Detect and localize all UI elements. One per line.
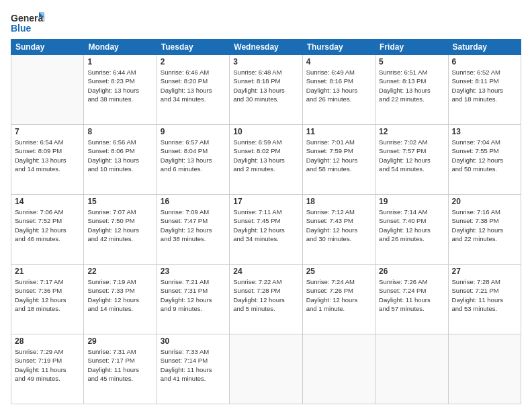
day-info: Sunrise: 7:09 AM Sunset: 7:47 PM Dayligh… xyxy=(161,208,226,243)
calendar-cell: 21Sunrise: 7:17 AM Sunset: 7:36 PM Dayli… xyxy=(11,265,84,334)
weekday-header-tuesday: Tuesday xyxy=(157,40,229,55)
weekday-header-friday: Friday xyxy=(375,40,448,55)
calendar-cell: 23Sunrise: 7:21 AM Sunset: 7:31 PM Dayli… xyxy=(157,265,229,334)
day-info: Sunrise: 6:48 AM Sunset: 8:18 PM Dayligh… xyxy=(233,68,298,103)
day-number: 15 xyxy=(87,197,152,206)
header: General Blue xyxy=(11,8,521,35)
logo-svg: General Blue xyxy=(11,11,44,35)
day-number: 29 xyxy=(87,336,152,346)
calendar-cell: 7Sunrise: 6:54 AM Sunset: 8:09 PM Daylig… xyxy=(11,125,84,195)
day-info: Sunrise: 6:52 AM Sunset: 8:11 PM Dayligh… xyxy=(452,68,517,103)
weekday-header-wednesday: Wednesday xyxy=(230,40,302,55)
day-info: Sunrise: 7:06 AM Sunset: 7:52 PM Dayligh… xyxy=(15,208,80,243)
day-number: 16 xyxy=(161,197,226,206)
calendar-cell: 11Sunrise: 7:01 AM Sunset: 7:59 PM Dayli… xyxy=(302,125,375,195)
day-number: 14 xyxy=(15,197,80,206)
logo: General Blue xyxy=(11,11,44,35)
day-number: 7 xyxy=(15,127,80,136)
weekday-header-saturday: Saturday xyxy=(448,40,521,55)
day-number: 10 xyxy=(233,127,298,136)
calendar-week-row: 28Sunrise: 7:29 AM Sunset: 7:19 PM Dayli… xyxy=(11,334,521,404)
calendar-cell: 30Sunrise: 7:33 AM Sunset: 7:14 PM Dayli… xyxy=(157,334,229,404)
day-info: Sunrise: 6:59 AM Sunset: 8:02 PM Dayligh… xyxy=(233,138,298,173)
day-info: Sunrise: 6:49 AM Sunset: 8:16 PM Dayligh… xyxy=(306,68,371,103)
calendar-cell xyxy=(448,334,521,404)
calendar-cell: 3Sunrise: 6:48 AM Sunset: 8:18 PM Daylig… xyxy=(230,55,302,125)
day-number: 9 xyxy=(161,127,226,136)
svg-text:Blue: Blue xyxy=(11,23,32,34)
calendar-cell xyxy=(302,334,375,404)
calendar-cell: 15Sunrise: 7:07 AM Sunset: 7:50 PM Dayli… xyxy=(84,195,157,265)
calendar-cell: 12Sunrise: 7:02 AM Sunset: 7:57 PM Dayli… xyxy=(375,125,448,195)
calendar-cell: 18Sunrise: 7:12 AM Sunset: 7:43 PM Dayli… xyxy=(302,195,375,265)
calendar-week-row: 21Sunrise: 7:17 AM Sunset: 7:36 PM Dayli… xyxy=(11,265,521,334)
calendar-cell: 26Sunrise: 7:26 AM Sunset: 7:24 PM Dayli… xyxy=(375,265,448,334)
day-number: 5 xyxy=(379,57,444,66)
calendar-cell: 10Sunrise: 6:59 AM Sunset: 8:02 PM Dayli… xyxy=(230,125,302,195)
calendar-cell: 9Sunrise: 6:57 AM Sunset: 8:04 PM Daylig… xyxy=(157,125,229,195)
day-info: Sunrise: 7:31 AM Sunset: 7:17 PM Dayligh… xyxy=(87,347,152,383)
day-info: Sunrise: 6:51 AM Sunset: 8:13 PM Dayligh… xyxy=(379,68,444,103)
calendar-cell: 6Sunrise: 6:52 AM Sunset: 8:11 PM Daylig… xyxy=(448,55,521,125)
day-number: 8 xyxy=(87,127,152,136)
calendar-cell: 17Sunrise: 7:11 AM Sunset: 7:45 PM Dayli… xyxy=(230,195,302,265)
day-number: 4 xyxy=(306,57,371,66)
day-number: 19 xyxy=(379,197,444,206)
day-info: Sunrise: 7:01 AM Sunset: 7:59 PM Dayligh… xyxy=(306,138,371,173)
day-info: Sunrise: 6:57 AM Sunset: 8:04 PM Dayligh… xyxy=(161,138,226,173)
calendar-cell xyxy=(11,55,84,125)
day-info: Sunrise: 6:46 AM Sunset: 8:20 PM Dayligh… xyxy=(161,68,226,103)
day-number: 22 xyxy=(87,267,152,276)
calendar-cell: 14Sunrise: 7:06 AM Sunset: 7:52 PM Dayli… xyxy=(11,195,84,265)
day-number: 2 xyxy=(161,57,226,66)
calendar-week-row: 1Sunrise: 6:44 AM Sunset: 8:23 PM Daylig… xyxy=(11,55,521,125)
day-info: Sunrise: 7:29 AM Sunset: 7:19 PM Dayligh… xyxy=(15,347,80,383)
day-info: Sunrise: 7:14 AM Sunset: 7:40 PM Dayligh… xyxy=(379,208,444,243)
day-number: 13 xyxy=(452,127,517,136)
calendar-week-row: 14Sunrise: 7:06 AM Sunset: 7:52 PM Dayli… xyxy=(11,195,521,265)
day-number: 1 xyxy=(87,57,152,66)
day-number: 11 xyxy=(306,127,371,136)
day-number: 23 xyxy=(161,267,226,276)
calendar-cell: 1Sunrise: 6:44 AM Sunset: 8:23 PM Daylig… xyxy=(84,55,157,125)
weekday-header-thursday: Thursday xyxy=(302,40,375,55)
day-number: 26 xyxy=(379,267,444,276)
day-info: Sunrise: 7:07 AM Sunset: 7:50 PM Dayligh… xyxy=(87,208,152,243)
calendar-cell: 27Sunrise: 7:28 AM Sunset: 7:21 PM Dayli… xyxy=(448,265,521,334)
calendar-cell: 24Sunrise: 7:22 AM Sunset: 7:28 PM Dayli… xyxy=(230,265,302,334)
day-info: Sunrise: 7:11 AM Sunset: 7:45 PM Dayligh… xyxy=(233,208,298,243)
calendar-cell: 29Sunrise: 7:31 AM Sunset: 7:17 PM Dayli… xyxy=(84,334,157,404)
day-number: 3 xyxy=(233,57,298,66)
day-number: 30 xyxy=(161,336,226,346)
day-info: Sunrise: 7:28 AM Sunset: 7:21 PM Dayligh… xyxy=(452,277,517,313)
calendar-cell: 13Sunrise: 7:04 AM Sunset: 7:55 PM Dayli… xyxy=(448,125,521,195)
weekday-header-sunday: Sunday xyxy=(11,40,84,55)
weekday-header-monday: Monday xyxy=(84,40,157,55)
day-number: 12 xyxy=(379,127,444,136)
calendar-week-row: 7Sunrise: 6:54 AM Sunset: 8:09 PM Daylig… xyxy=(11,125,521,195)
day-number: 20 xyxy=(452,197,517,206)
day-info: Sunrise: 7:19 AM Sunset: 7:33 PM Dayligh… xyxy=(87,277,152,313)
day-number: 21 xyxy=(15,267,80,276)
calendar-cell: 8Sunrise: 6:56 AM Sunset: 8:06 PM Daylig… xyxy=(84,125,157,195)
day-info: Sunrise: 7:17 AM Sunset: 7:36 PM Dayligh… xyxy=(15,277,80,313)
day-number: 24 xyxy=(233,267,298,276)
day-info: Sunrise: 7:26 AM Sunset: 7:24 PM Dayligh… xyxy=(379,277,444,313)
calendar-cell: 22Sunrise: 7:19 AM Sunset: 7:33 PM Dayli… xyxy=(84,265,157,334)
day-info: Sunrise: 7:24 AM Sunset: 7:26 PM Dayligh… xyxy=(306,277,371,313)
day-number: 28 xyxy=(15,336,80,346)
calendar-cell: 4Sunrise: 6:49 AM Sunset: 8:16 PM Daylig… xyxy=(302,55,375,125)
day-info: Sunrise: 7:02 AM Sunset: 7:57 PM Dayligh… xyxy=(379,138,444,173)
day-info: Sunrise: 7:16 AM Sunset: 7:38 PM Dayligh… xyxy=(452,208,517,243)
calendar-cell: 16Sunrise: 7:09 AM Sunset: 7:47 PM Dayli… xyxy=(157,195,229,265)
calendar-cell: 20Sunrise: 7:16 AM Sunset: 7:38 PM Dayli… xyxy=(448,195,521,265)
day-number: 25 xyxy=(306,267,371,276)
day-info: Sunrise: 7:12 AM Sunset: 7:43 PM Dayligh… xyxy=(306,208,371,243)
day-info: Sunrise: 7:21 AM Sunset: 7:31 PM Dayligh… xyxy=(161,277,226,313)
day-info: Sunrise: 7:22 AM Sunset: 7:28 PM Dayligh… xyxy=(233,277,298,313)
calendar-cell: 28Sunrise: 7:29 AM Sunset: 7:19 PM Dayli… xyxy=(11,334,84,404)
calendar-cell: 19Sunrise: 7:14 AM Sunset: 7:40 PM Dayli… xyxy=(375,195,448,265)
calendar: SundayMondayTuesdayWednesdayThursdayFrid… xyxy=(11,39,521,404)
calendar-cell xyxy=(375,334,448,404)
day-number: 17 xyxy=(233,197,298,206)
